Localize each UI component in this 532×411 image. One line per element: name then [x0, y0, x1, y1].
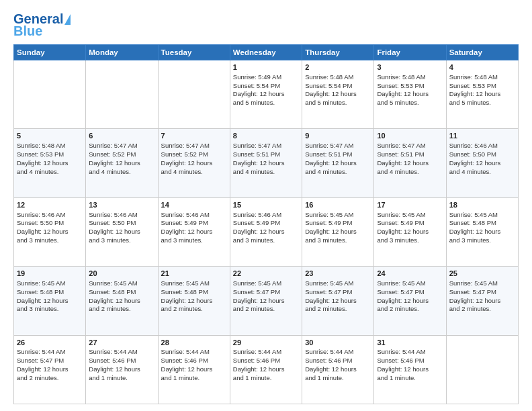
day-number: 11	[449, 131, 515, 141]
calendar-table: SundayMondayTuesdayWednesdayThursdayFrid…	[13, 44, 519, 404]
day-info: Sunrise: 5:45 AM Sunset: 5:47 PM Dayligh…	[305, 279, 371, 314]
day-number: 23	[305, 269, 371, 279]
day-info: Sunrise: 5:46 AM Sunset: 5:50 PM Dayligh…	[17, 211, 83, 245]
day-number: 26	[17, 338, 83, 348]
day-of-week-header: Saturday	[446, 45, 518, 60]
day-info: Sunrise: 5:45 AM Sunset: 5:48 PM Dayligh…	[449, 211, 515, 245]
day-info: Sunrise: 5:47 AM Sunset: 5:52 PM Dayligh…	[89, 142, 154, 176]
calendar-week-row: 12Sunrise: 5:46 AM Sunset: 5:50 PM Dayli…	[14, 197, 519, 266]
day-of-week-header: Wednesday	[230, 45, 302, 60]
day-number: 17	[377, 200, 443, 210]
day-info: Sunrise: 5:48 AM Sunset: 5:53 PM Dayligh…	[449, 73, 515, 107]
calendar-day-cell: 9Sunrise: 5:47 AM Sunset: 5:51 PM Daylig…	[302, 129, 374, 197]
calendar-day-cell: 20Sunrise: 5:45 AM Sunset: 5:48 PM Dayli…	[86, 267, 158, 335]
day-number: 15	[233, 200, 299, 210]
day-number: 12	[17, 200, 83, 210]
day-number: 30	[305, 338, 371, 348]
calendar-day-cell: 28Sunrise: 5:44 AM Sunset: 5:46 PM Dayli…	[158, 335, 230, 404]
calendar-day-cell: 6Sunrise: 5:47 AM Sunset: 5:52 PM Daylig…	[86, 129, 158, 197]
calendar-day-cell: 22Sunrise: 5:45 AM Sunset: 5:47 PM Dayli…	[230, 267, 302, 335]
day-info: Sunrise: 5:46 AM Sunset: 5:50 PM Dayligh…	[449, 142, 515, 176]
logo: General Blue	[13, 12, 71, 38]
calendar-week-row: 19Sunrise: 5:45 AM Sunset: 5:48 PM Dayli…	[14, 267, 519, 335]
calendar-day-cell: 15Sunrise: 5:46 AM Sunset: 5:49 PM Dayli…	[230, 197, 302, 266]
day-info: Sunrise: 5:44 AM Sunset: 5:46 PM Dayligh…	[161, 348, 227, 382]
day-number: 4	[449, 62, 515, 73]
calendar-day-cell: 18Sunrise: 5:45 AM Sunset: 5:48 PM Dayli…	[446, 197, 518, 266]
day-number: 18	[449, 200, 515, 210]
day-number: 24	[377, 269, 443, 279]
day-info: Sunrise: 5:45 AM Sunset: 5:48 PM Dayligh…	[161, 279, 227, 314]
day-info: Sunrise: 5:44 AM Sunset: 5:46 PM Dayligh…	[89, 348, 154, 382]
day-of-week-header: Monday	[86, 45, 158, 60]
calendar-day-cell: 30Sunrise: 5:44 AM Sunset: 5:46 PM Dayli…	[302, 335, 374, 404]
day-info: Sunrise: 5:44 AM Sunset: 5:46 PM Dayligh…	[305, 348, 371, 382]
day-info: Sunrise: 5:45 AM Sunset: 5:48 PM Dayligh…	[89, 279, 154, 314]
day-number: 8	[233, 131, 299, 141]
calendar-day-cell	[158, 60, 230, 129]
day-of-week-header: Friday	[374, 45, 446, 60]
day-number: 22	[233, 269, 299, 279]
calendar-day-cell: 4Sunrise: 5:48 AM Sunset: 5:53 PM Daylig…	[446, 60, 518, 129]
day-info: Sunrise: 5:48 AM Sunset: 5:53 PM Dayligh…	[377, 73, 443, 107]
day-number: 28	[161, 338, 227, 348]
calendar-day-cell: 16Sunrise: 5:45 AM Sunset: 5:49 PM Dayli…	[302, 197, 374, 266]
logo-triangle-icon	[64, 14, 71, 25]
calendar-day-cell: 12Sunrise: 5:46 AM Sunset: 5:50 PM Dayli…	[14, 197, 86, 266]
calendar-day-cell: 24Sunrise: 5:45 AM Sunset: 5:47 PM Dayli…	[374, 267, 446, 335]
day-info: Sunrise: 5:45 AM Sunset: 5:49 PM Dayligh…	[305, 211, 371, 245]
calendar-week-row: 1Sunrise: 5:49 AM Sunset: 5:54 PM Daylig…	[14, 60, 519, 129]
calendar-day-cell	[446, 335, 518, 404]
calendar-day-cell	[86, 60, 158, 129]
calendar-day-cell: 8Sunrise: 5:47 AM Sunset: 5:51 PM Daylig…	[230, 129, 302, 197]
calendar-day-cell: 29Sunrise: 5:44 AM Sunset: 5:46 PM Dayli…	[230, 335, 302, 404]
day-info: Sunrise: 5:45 AM Sunset: 5:48 PM Dayligh…	[17, 279, 83, 314]
day-number: 20	[89, 269, 154, 279]
day-info: Sunrise: 5:49 AM Sunset: 5:54 PM Dayligh…	[233, 73, 299, 107]
day-number: 7	[161, 131, 227, 141]
day-number: 19	[17, 269, 83, 279]
page: General Blue SundayMondayTuesdayWednesda…	[0, 0, 532, 411]
day-number: 29	[233, 338, 299, 348]
calendar-week-row: 5Sunrise: 5:48 AM Sunset: 5:53 PM Daylig…	[14, 129, 519, 197]
day-number: 6	[89, 131, 154, 141]
calendar-day-cell: 17Sunrise: 5:45 AM Sunset: 5:49 PM Dayli…	[374, 197, 446, 266]
calendar-week-row: 26Sunrise: 5:44 AM Sunset: 5:47 PM Dayli…	[14, 335, 519, 404]
day-info: Sunrise: 5:45 AM Sunset: 5:47 PM Dayligh…	[449, 279, 515, 314]
calendar-day-cell: 11Sunrise: 5:46 AM Sunset: 5:50 PM Dayli…	[446, 129, 518, 197]
day-number: 10	[377, 131, 443, 141]
calendar-day-cell: 27Sunrise: 5:44 AM Sunset: 5:46 PM Dayli…	[86, 335, 158, 404]
calendar-day-cell: 25Sunrise: 5:45 AM Sunset: 5:47 PM Dayli…	[446, 267, 518, 335]
calendar-day-cell: 10Sunrise: 5:47 AM Sunset: 5:51 PM Dayli…	[374, 129, 446, 197]
day-number: 27	[89, 338, 154, 348]
day-info: Sunrise: 5:45 AM Sunset: 5:49 PM Dayligh…	[377, 211, 443, 245]
calendar-day-cell: 1Sunrise: 5:49 AM Sunset: 5:54 PM Daylig…	[230, 60, 302, 129]
header: General Blue	[13, 12, 519, 38]
calendar-day-cell	[14, 60, 86, 129]
calendar-day-cell: 2Sunrise: 5:48 AM Sunset: 5:54 PM Daylig…	[302, 60, 374, 129]
day-number: 13	[89, 200, 154, 210]
day-info: Sunrise: 5:47 AM Sunset: 5:51 PM Dayligh…	[305, 142, 371, 176]
day-info: Sunrise: 5:44 AM Sunset: 5:47 PM Dayligh…	[17, 348, 83, 382]
day-of-week-header: Thursday	[302, 45, 374, 60]
day-info: Sunrise: 5:47 AM Sunset: 5:51 PM Dayligh…	[377, 142, 443, 176]
day-info: Sunrise: 5:46 AM Sunset: 5:50 PM Dayligh…	[89, 211, 154, 245]
day-info: Sunrise: 5:48 AM Sunset: 5:54 PM Dayligh…	[305, 73, 371, 107]
calendar-day-cell: 26Sunrise: 5:44 AM Sunset: 5:47 PM Dayli…	[14, 335, 86, 404]
day-info: Sunrise: 5:45 AM Sunset: 5:47 PM Dayligh…	[377, 279, 443, 314]
day-info: Sunrise: 5:44 AM Sunset: 5:46 PM Dayligh…	[377, 348, 443, 382]
calendar-day-cell: 19Sunrise: 5:45 AM Sunset: 5:48 PM Dayli…	[14, 267, 86, 335]
day-number: 3	[377, 62, 443, 73]
calendar-day-cell: 23Sunrise: 5:45 AM Sunset: 5:47 PM Dayli…	[302, 267, 374, 335]
calendar-day-cell: 3Sunrise: 5:48 AM Sunset: 5:53 PM Daylig…	[374, 60, 446, 129]
calendar-day-cell: 5Sunrise: 5:48 AM Sunset: 5:53 PM Daylig…	[14, 129, 86, 197]
calendar-day-cell: 7Sunrise: 5:47 AM Sunset: 5:52 PM Daylig…	[158, 129, 230, 197]
day-of-week-header: Tuesday	[158, 45, 230, 60]
day-number: 25	[449, 269, 515, 279]
day-info: Sunrise: 5:46 AM Sunset: 5:49 PM Dayligh…	[161, 211, 227, 245]
day-info: Sunrise: 5:46 AM Sunset: 5:49 PM Dayligh…	[233, 211, 299, 245]
day-number: 2	[305, 62, 371, 73]
calendar-day-cell: 13Sunrise: 5:46 AM Sunset: 5:50 PM Dayli…	[86, 197, 158, 266]
day-info: Sunrise: 5:44 AM Sunset: 5:46 PM Dayligh…	[233, 348, 299, 382]
day-number: 31	[377, 338, 443, 348]
